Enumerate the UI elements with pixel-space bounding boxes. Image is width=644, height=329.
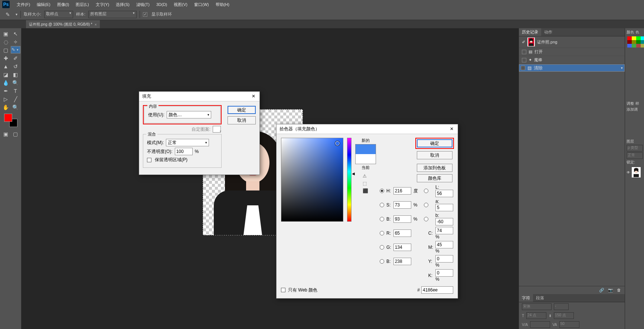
blur-tool[interactable]: 💧	[1, 79, 11, 87]
menu-layer[interactable]: 图层(L)	[72, 1, 92, 9]
pen-tool[interactable]: ✒	[1, 87, 11, 95]
font-style[interactable]: -	[554, 303, 569, 310]
camera-icon[interactable]: 📷	[608, 288, 613, 293]
opt-show-ring-check[interactable]: ✓	[143, 12, 147, 17]
inp-y[interactable]: 0	[435, 255, 453, 263]
hex-input[interactable]: 4186ee	[421, 286, 453, 294]
history-brush-tool[interactable]: ↺	[11, 62, 20, 71]
close-tab-icon[interactable]: ×	[95, 23, 97, 27]
tab-adjust[interactable]: 调整	[627, 101, 634, 106]
fg-bg-swatch[interactable]	[3, 113, 18, 128]
marquee-tool[interactable]: ◌	[1, 38, 11, 46]
artboard-tool[interactable]: ↖	[11, 30, 20, 38]
radio-b2[interactable]	[380, 259, 384, 264]
tab-color[interactable]: 颜色	[627, 30, 634, 35]
radio-h[interactable]	[380, 189, 384, 193]
use-select[interactable]: 颜色…	[167, 111, 211, 118]
cp-cancel-button[interactable]: 取消	[417, 151, 452, 159]
cp-titlebar[interactable]: 拾色器（填充颜色） ✕	[277, 124, 458, 134]
menu-select[interactable]: 选择(S)	[112, 1, 133, 9]
screen-mode-tool[interactable]: ▢	[11, 130, 20, 138]
inp-h[interactable]: 216	[393, 187, 411, 195]
path-tool[interactable]: ▷	[1, 95, 11, 103]
stamp-tool[interactable]: ▲	[1, 62, 11, 71]
warn-icon[interactable]: ⚠	[363, 173, 368, 179]
radio-r[interactable]	[380, 231, 384, 235]
menu-window[interactable]: 窗口(W)	[191, 1, 212, 9]
cp-colorlib-button[interactable]: 颜色库	[417, 174, 452, 182]
cp-close-icon[interactable]: ✕	[449, 126, 455, 132]
history-step-magic[interactable]: ✦魔棒	[519, 56, 625, 64]
tab-action[interactable]: 动作	[541, 28, 555, 36]
dodge-tool[interactable]: 🔍	[11, 79, 20, 87]
inp-s[interactable]: 73	[393, 201, 411, 209]
tab-layers[interactable]: 图层	[627, 139, 634, 144]
blend-normal[interactable]: 正常	[627, 152, 643, 159]
cube-icon[interactable]: ⬚	[363, 181, 368, 186]
history-snapshot[interactable]: ✐ 证件照.png	[519, 36, 625, 48]
menu-file[interactable]: 文件(F)	[13, 1, 33, 9]
tab-para[interactable]: 段落	[533, 294, 547, 302]
move-tool[interactable]: ▣	[1, 30, 11, 38]
inp-a[interactable]: 5	[435, 204, 453, 211]
font-family[interactable]: 宋体	[522, 303, 552, 310]
menu-view[interactable]: 视图(V)	[170, 1, 191, 9]
fill-ok-button[interactable]: 确定	[228, 106, 256, 114]
radio-g[interactable]	[380, 245, 384, 250]
tab-style[interactable]: 样	[635, 101, 639, 106]
menu-3d[interactable]: 3D(D)	[153, 1, 170, 8]
eraser-tool[interactable]: ◪	[1, 71, 11, 79]
quickmask-tool[interactable]: ▣	[1, 130, 11, 138]
leading[interactable]: 150 点	[554, 312, 574, 319]
radio-a[interactable]	[424, 203, 428, 207]
heal-tool[interactable]: ✚	[1, 54, 11, 62]
visibility-icon[interactable]: 👁	[627, 170, 630, 175]
swatch-grid[interactable]	[627, 36, 644, 48]
radio-s[interactable]	[380, 203, 384, 207]
brush-tool[interactable]: ✐	[11, 54, 20, 62]
radio-bb[interactable]	[424, 217, 428, 221]
opt-sample-layers[interactable]: 所有图层	[88, 11, 137, 18]
lasso-tool[interactable]: ✧	[11, 38, 20, 46]
radio-l[interactable]	[424, 189, 428, 193]
color-field[interactable]	[281, 138, 343, 222]
hand-tool[interactable]: ✋	[1, 103, 11, 111]
line-tool[interactable]: ╱	[11, 95, 20, 103]
inp-c[interactable]: 74	[435, 227, 453, 234]
menu-image[interactable]: 图像(I)	[54, 1, 72, 9]
inp-r[interactable]: 65	[393, 229, 411, 237]
layer-kind[interactable]: ρ 类型	[627, 145, 643, 152]
link-icon[interactable]: 🔗	[599, 288, 604, 293]
inp-l[interactable]: 56	[435, 190, 453, 197]
trash-icon[interactable]: 🗑	[617, 288, 621, 293]
radio-b[interactable]	[380, 217, 384, 221]
font-size[interactable]: 24 点	[526, 312, 546, 319]
preserve-check[interactable]	[147, 158, 151, 162]
document-tab[interactable]: 证件照.png @ 100% (图层 0, RGB/8) * ×	[26, 20, 100, 28]
cp-ok-button[interactable]: 确定	[417, 139, 452, 147]
history-step-open[interactable]: ▤打开	[519, 48, 625, 56]
gradient-tool[interactable]: ◧	[11, 71, 20, 79]
zoom-tool[interactable]: 🔍	[11, 103, 20, 111]
tab-history[interactable]: 历史记录	[519, 28, 541, 36]
cp-addswatch-button[interactable]: 添加到色板	[417, 164, 452, 172]
layer-thumb[interactable]	[632, 167, 641, 177]
menu-edit[interactable]: 编辑(E)	[33, 1, 54, 9]
fill-cancel-button[interactable]: 取消	[228, 116, 256, 124]
history-step-clear[interactable]: ▤清除	[519, 64, 625, 72]
inp-g[interactable]: 134	[393, 244, 411, 251]
hue-slider[interactable]	[347, 138, 352, 222]
inp-k[interactable]: 0	[435, 269, 453, 277]
crop-tool[interactable]: ▢	[1, 46, 11, 54]
tab-swatch[interactable]: 色	[635, 30, 639, 35]
inp-bb[interactable]: -60	[435, 218, 453, 225]
eyedropper-tool[interactable]: ✎	[11, 46, 20, 53]
add-adjustment[interactable]: 添加调	[627, 107, 638, 112]
tracking[interactable]: 50	[559, 321, 579, 328]
menu-filter[interactable]: 滤镜(T)	[133, 1, 153, 9]
inp-b[interactable]: 93	[393, 215, 411, 223]
tab-char[interactable]: 字符	[519, 294, 533, 302]
kerning[interactable]	[530, 321, 550, 328]
fill-titlebar[interactable]: 填充 ✕	[139, 92, 259, 101]
cube2-icon[interactable]: ⬛	[363, 188, 368, 193]
